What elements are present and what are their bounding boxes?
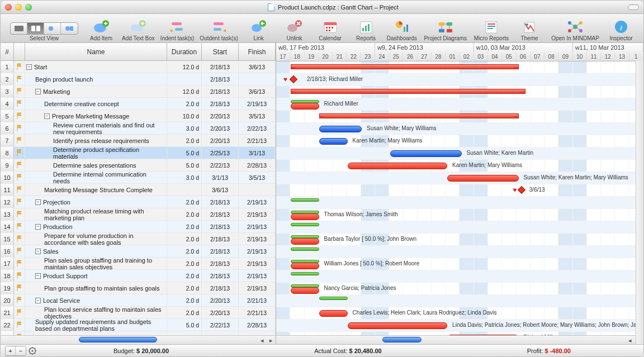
table-row[interactable]: 11Marketing Message Structure Complete3/… bbox=[1, 184, 276, 196]
day-header[interactable]: 28 bbox=[432, 52, 446, 61]
view-option-1[interactable] bbox=[11, 23, 27, 34]
table-row[interactable]: 21Plan local service staffing to maintai… bbox=[1, 307, 276, 319]
unlink-button[interactable]: Unlink bbox=[277, 19, 312, 41]
gantt-row[interactable]: Karen Martin; Mary Williams bbox=[276, 135, 643, 147]
table-row[interactable]: 4Determine creative concept2.0 d2/18/132… bbox=[1, 98, 276, 110]
day-header[interactable]: 03 bbox=[474, 52, 488, 61]
theme-button[interactable]: Theme bbox=[512, 19, 547, 41]
table-row[interactable]: 5−Prepare Marketing Message10.0 d2/20/13… bbox=[1, 110, 276, 122]
table-row[interactable]: 1−Start12.0 d2/18/133/6/13 bbox=[1, 61, 276, 73]
day-header[interactable]: 01 bbox=[446, 52, 460, 61]
task-bar[interactable] bbox=[348, 322, 448, 329]
day-header[interactable]: 02 bbox=[460, 52, 473, 61]
table-row[interactable]: 22Supply updated requirements and budget… bbox=[1, 319, 276, 331]
day-header[interactable]: 12 bbox=[601, 52, 615, 61]
table-hscroll[interactable]: ◂▸ bbox=[1, 335, 276, 344]
gantt-row[interactable]: Susan White; Mary Williams bbox=[276, 123, 643, 135]
task-bar[interactable] bbox=[291, 238, 319, 245]
week-header[interactable]: w11, 10 Mar 2013 bbox=[573, 43, 643, 52]
day-header[interactable]: 24 bbox=[375, 52, 389, 61]
gantt-row[interactable]: ♥2/18/13; Richard Miller bbox=[276, 74, 643, 86]
gantt-row[interactable]: Charles Lewis; Helen Clark; Laura Rodrig… bbox=[276, 307, 643, 320]
dashboards-button[interactable]: Dashboards bbox=[384, 19, 420, 41]
gantt-row[interactable] bbox=[276, 197, 643, 209]
gantt-row[interactable]: Richard Miller bbox=[276, 98, 643, 111]
minimize-window-button[interactable] bbox=[15, 4, 22, 11]
view-option-4[interactable] bbox=[61, 23, 78, 34]
gantt-row[interactable]: William Jones [ 50.0 %]; Robert Moore bbox=[276, 258, 643, 270]
week-header[interactable]: w10, 03 Mar 2013 bbox=[474, 43, 573, 52]
day-header[interactable]: 23 bbox=[361, 52, 375, 61]
task-bar[interactable] bbox=[447, 175, 519, 182]
summary-bar[interactable] bbox=[291, 247, 319, 251]
calendar-button[interactable]: Calendar bbox=[312, 19, 348, 41]
day-header[interactable]: 19 bbox=[305, 52, 319, 61]
close-window-button[interactable] bbox=[5, 4, 12, 11]
day-header[interactable]: 05 bbox=[502, 52, 516, 61]
gantt-row[interactable]: Nancy Garcia; Patricia Jones bbox=[276, 283, 643, 295]
day-header[interactable]: 22 bbox=[347, 52, 361, 61]
project-diagrams-button[interactable]: Project Diagrams bbox=[420, 19, 471, 41]
summary-bar[interactable] bbox=[291, 89, 526, 94]
outdent-button[interactable]: Outdent task(s) bbox=[197, 19, 240, 41]
expand-toggle[interactable]: − bbox=[35, 298, 41, 303]
gantt-row[interactable] bbox=[276, 246, 643, 258]
col-header-dur[interactable]: Duration bbox=[167, 43, 202, 60]
day-header[interactable]: 06 bbox=[517, 52, 531, 61]
gantt-row[interactable] bbox=[276, 295, 643, 307]
task-bar[interactable] bbox=[319, 138, 348, 145]
table-row[interactable]: 6Review current materials and find out n… bbox=[1, 122, 276, 135]
expand-toggle[interactable]: − bbox=[35, 89, 41, 94]
day-header[interactable]: 07 bbox=[531, 52, 544, 61]
task-bar[interactable] bbox=[291, 287, 319, 294]
table-row[interactable]: 14−Production2.0 d2/18/132/19/13 bbox=[1, 221, 276, 233]
day-header[interactable]: 09 bbox=[558, 52, 572, 61]
task-bar[interactable] bbox=[390, 150, 462, 157]
gantt-row[interactable]: Susan White; Karen Martin; Mary Williams bbox=[276, 172, 643, 184]
gantt-row[interactable]: Linda Davis; Patricia Jones; Robert Moor… bbox=[276, 320, 643, 332]
week-header[interactable]: w9, 24 Feb 2013 bbox=[375, 43, 474, 52]
col-header-finish[interactable]: Finish bbox=[239, 43, 276, 60]
col-header-num[interactable]: # bbox=[1, 43, 14, 60]
milestone-icon[interactable] bbox=[517, 186, 525, 194]
open-in-mindmap-button[interactable]: Open In MINDMAP bbox=[547, 19, 603, 41]
add-row-button[interactable]: + bbox=[6, 346, 16, 355]
table-row[interactable]: 7Identify press release requirements2.0 … bbox=[1, 135, 276, 147]
day-header[interactable]: 13 bbox=[615, 52, 629, 61]
day-header[interactable]: 08 bbox=[544, 52, 558, 61]
add-text-box-button[interactable]: Add Text Box bbox=[119, 19, 158, 41]
gear-icon[interactable] bbox=[29, 347, 36, 355]
day-header[interactable]: 20 bbox=[319, 52, 333, 61]
expand-toggle[interactable]: − bbox=[35, 224, 41, 230]
summary-bar[interactable] bbox=[291, 272, 319, 275]
table-row[interactable]: 2Begin product launch2/18/13 bbox=[1, 73, 276, 85]
table-row[interactable]: 16−Sales2.0 d2/18/132/19/13 bbox=[1, 245, 276, 258]
timeline-hscroll[interactable]: ◂▸ bbox=[276, 335, 643, 344]
inspector-button[interactable]: i Inspector bbox=[603, 19, 639, 41]
expand-toggle[interactable]: − bbox=[35, 199, 41, 205]
week-header[interactable]: w8, 17 Feb 2013 bbox=[276, 43, 375, 52]
task-bar[interactable] bbox=[319, 310, 348, 317]
micro-reports-button[interactable]: Micro Reports bbox=[471, 19, 512, 41]
day-header[interactable]: 04 bbox=[488, 52, 502, 61]
task-bar[interactable] bbox=[291, 103, 319, 110]
view-option-2[interactable] bbox=[27, 23, 44, 34]
table-row[interactable]: 17Plan sales group staffing and training… bbox=[1, 258, 276, 270]
milestone-icon[interactable] bbox=[289, 75, 297, 83]
day-header[interactable]: 17 bbox=[276, 52, 290, 61]
gantt-row[interactable]: Karen Martin; Mary Williams bbox=[276, 160, 643, 172]
gantt-row[interactable]: Barbara Taylor [ 50.0 %]; John Brown bbox=[276, 234, 643, 246]
summary-bar[interactable] bbox=[319, 297, 348, 300]
day-header[interactable]: 18 bbox=[290, 52, 304, 61]
gantt-row[interactable]: ♥3/6/13 bbox=[276, 184, 643, 197]
table-row[interactable]: 3−Marketing12.0 d2/18/133/6/13 bbox=[1, 85, 276, 98]
table-row[interactable]: 13Matching product release timing with m… bbox=[1, 208, 276, 221]
expand-toggle[interactable]: − bbox=[35, 273, 41, 279]
table-row[interactable]: 9Determine sales presentations5.0 d2/22/… bbox=[1, 159, 276, 172]
col-header-flag[interactable] bbox=[14, 43, 25, 60]
table-row[interactable]: 8Determine product specification materia… bbox=[1, 147, 276, 159]
add-item-button[interactable]: Add Item bbox=[83, 19, 119, 41]
day-header[interactable]: 11 bbox=[587, 52, 601, 61]
gantt-row[interactable] bbox=[276, 86, 643, 98]
indent-button[interactable]: Indent task(s) bbox=[158, 19, 197, 41]
